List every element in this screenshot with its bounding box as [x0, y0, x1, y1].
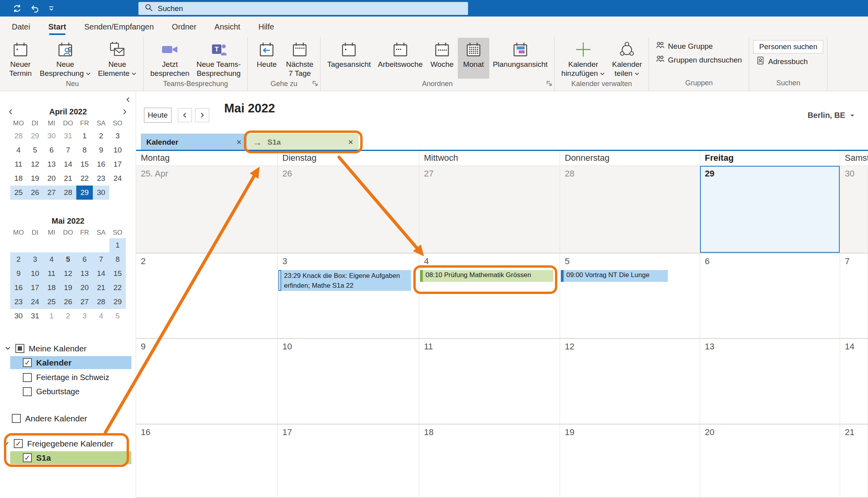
mini-calendar-day[interactable]: 30 [93, 186, 109, 200]
day-cell[interactable]: 16 [136, 424, 278, 498]
day-cell[interactable]: 17 [278, 424, 419, 498]
search-input[interactable]: Suchen [138, 2, 468, 15]
menu-tab-hilfe[interactable]: Hilfe [258, 22, 274, 31]
mini-calendar-day[interactable]: 28 [10, 129, 27, 143]
my-calendars-checkbox[interactable] [15, 344, 24, 353]
kalender-hinzufuegen-button[interactable]: Kalenderhinzufügen [558, 38, 608, 79]
mini-calendar-day[interactable]: 21 [93, 281, 109, 295]
mini-calendar-day[interactable]: 9 [93, 143, 109, 157]
day-cell[interactable]: 26 [278, 166, 419, 254]
chevron-down-icon[interactable] [5, 344, 11, 353]
menu-tab-ordner[interactable]: Ordner [172, 22, 196, 31]
mini-calendar-day[interactable]: 7 [60, 143, 76, 157]
shared-calendars-header[interactable]: Freigegebene Kalender [3, 437, 114, 450]
dialog-launcher-icon[interactable] [312, 80, 319, 88]
other-calendars-checkbox[interactable] [12, 414, 21, 423]
mini-calendar-day[interactable]: 10 [27, 266, 43, 281]
mini-calendar-day[interactable]: 14 [93, 266, 109, 281]
mini-calendar-day[interactable]: 22 [76, 171, 93, 186]
neue-besprechung-button[interactable]: NeueBesprechung [36, 38, 94, 79]
day-cell[interactable]: 2 [136, 254, 278, 339]
mini-calendar-day[interactable]: 19 [60, 281, 76, 295]
calendar-event[interactable]: 23:29 Knack die Box: Eigene Aufgaben erf… [278, 270, 411, 291]
next-month-button[interactable] [195, 108, 209, 122]
previous-month-icon[interactable] [8, 108, 14, 117]
mini-calendar-day[interactable]: 13 [43, 157, 60, 171]
day-cell[interactable]: 30 [840, 166, 868, 254]
day-cell[interactable]: 21 [840, 424, 868, 498]
mini-calendar-day[interactable]: 3 [109, 129, 126, 143]
chevron-down-icon[interactable] [3, 439, 9, 448]
mini-calendar-day[interactable]: 18 [10, 171, 27, 186]
mini-calendar-day[interactable]: 30 [10, 309, 27, 323]
mini-calendar-day[interactable]: 14 [60, 157, 76, 171]
mini-calendar-day[interactable]: 4 [93, 309, 109, 323]
kalender-checkbox[interactable] [23, 358, 32, 367]
my-calendars-header[interactable]: Meine Kalender [5, 342, 87, 355]
mini-calendar-day[interactable]: 23 [93, 171, 109, 186]
other-calendars-header[interactable]: Andere Kalender [12, 412, 87, 425]
undo-icon[interactable] [30, 4, 39, 13]
adressbuch-button[interactable]: Adressbuch [753, 55, 811, 68]
neuer-termin-button[interactable]: NeuerTermin [5, 38, 36, 79]
day-cell[interactable]: 28 [560, 166, 700, 254]
mini-calendar-day[interactable]: 21 [60, 171, 76, 186]
day-cell[interactable]: 19 [560, 424, 700, 498]
mini-calendar-day[interactable]: 25 [43, 295, 60, 309]
naechste-7-tage-button[interactable]: Nächste7 Tage [282, 38, 317, 79]
mini-calendar-day[interactable]: 5 [109, 309, 126, 323]
sync-icon[interactable] [13, 4, 22, 13]
mini-calendar-day[interactable]: 7 [93, 252, 109, 266]
day-cell[interactable]: 20 [700, 424, 840, 498]
calendar-list-item-s1a[interactable]: S1a [10, 451, 131, 464]
mini-calendar-day[interactable]: 6 [76, 252, 93, 266]
neue-elemente-button[interactable]: NeueElemente [94, 38, 140, 79]
mini-calendar-day[interactable]: 24 [27, 295, 43, 309]
collapse-sidebar-icon[interactable] [125, 97, 131, 104]
mini-calendar-day[interactable]: 26 [60, 295, 76, 309]
tab-s1a[interactable]: → S1a × [247, 134, 359, 151]
mini-calendar-day[interactable]: 17 [109, 157, 126, 171]
day-cell[interactable]: 29 [700, 166, 840, 254]
mini-calendar-day[interactable]: 29 [76, 186, 93, 200]
mini-calendar-day[interactable]: 8 [109, 252, 126, 266]
heute-gehezu-button[interactable]: Heute [251, 38, 282, 79]
mini-calendar-day[interactable]: 20 [43, 171, 60, 186]
neue-gruppe-button[interactable]: Neue Gruppe [653, 40, 716, 52]
mini-calendar-day[interactable]: 18 [43, 281, 60, 295]
mini-calendar-day[interactable]: 3 [27, 252, 43, 266]
mini-calendar-day[interactable]: 26 [27, 186, 43, 200]
day-cell[interactable]: 509:00 Vortrag NT Die Lunge [560, 254, 700, 339]
day-cell[interactable]: 6 [700, 254, 840, 339]
shared-calendars-checkbox[interactable] [14, 439, 23, 448]
tagesansicht-button[interactable]: Tagesansicht [324, 38, 374, 79]
mini-calendar-day[interactable]: 13 [76, 266, 93, 281]
neue-teams-besprechung-button[interactable]: TNeue Teams-Besprechung [193, 38, 245, 79]
feiertage-checkbox[interactable] [23, 373, 32, 382]
mini-calendar-day[interactable]: 5 [27, 143, 43, 157]
monat-button[interactable]: Monat [458, 38, 489, 79]
mini-calendar-day[interactable]: 30 [43, 129, 60, 143]
day-cell[interactable]: 7 [840, 254, 868, 339]
day-cell[interactable]: 14 [840, 339, 868, 424]
mini-calendar-day[interactable]: 3 [76, 309, 93, 323]
day-cell[interactable]: 18 [419, 424, 560, 498]
day-cell[interactable]: 9 [136, 339, 278, 424]
customize-quick-access-icon[interactable] [48, 5, 55, 12]
mini-calendar-day[interactable]: 22 [109, 281, 126, 295]
mini-calendar-day[interactable]: 19 [27, 171, 43, 186]
mini-calendar-day[interactable]: 16 [93, 157, 109, 171]
mini-calendar-day[interactable]: 8 [76, 143, 93, 157]
menu-tab-senden-empfangen[interactable]: Senden/Empfangen [84, 22, 154, 31]
mini-calendar-day[interactable]: 12 [60, 266, 76, 281]
mini-calendar-day[interactable]: 1 [43, 309, 60, 323]
mini-calendar-day[interactable]: 31 [60, 129, 76, 143]
mini-calendar-day[interactable]: 1 [76, 129, 93, 143]
mini-calendar-day[interactable]: 31 [27, 309, 43, 323]
day-cell[interactable]: 13 [700, 339, 840, 424]
mini-calendar-day[interactable]: 15 [76, 157, 93, 171]
mini-calendar-day[interactable]: 29 [27, 129, 43, 143]
geburtstage-checkbox[interactable] [23, 387, 32, 396]
mini-calendar-day[interactable]: 4 [43, 252, 60, 266]
calendar-event[interactable]: 08:10 Prüfung Mathematik Grössen [420, 270, 553, 282]
